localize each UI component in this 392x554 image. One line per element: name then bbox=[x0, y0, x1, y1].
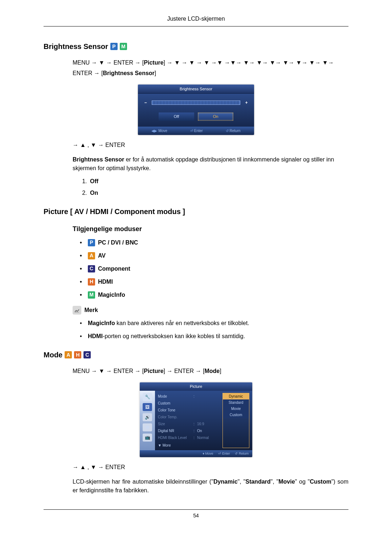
section-picture-title: Picture [ AV / HDMI / Component modus ] bbox=[44, 206, 348, 217]
brightness-slider[interactable] bbox=[152, 100, 240, 105]
note1-rest: kan bare aktiveres når en nettverksboks … bbox=[115, 320, 249, 326]
page-footer: 54 bbox=[44, 509, 348, 520]
mode-nav-path: MENU → ▼ → ENTER → [Picture] → ENTER → [… bbox=[73, 366, 348, 377]
option-on: On bbox=[89, 189, 348, 197]
row-colortemp: Color Temp. bbox=[158, 414, 193, 420]
nav-text: MENU → ▼ → ENTER → [ bbox=[73, 59, 144, 66]
row-more-label: More bbox=[163, 443, 171, 447]
mode-magicinfo: M MagicInfo bbox=[80, 291, 348, 299]
val-digitalnr: On bbox=[197, 428, 202, 434]
osd2-body: 🔧 🖼 🔊 ⚙ 📺 Mode: Custom Color Tone Color … bbox=[140, 391, 252, 450]
nav-text: ] → ENTER → [ bbox=[164, 368, 205, 374]
brightness-sensor-osd-container: Brightness Sensor − + Off On ◀▶Move ⏎Ent… bbox=[44, 85, 348, 135]
note1-bold: MagicInfo bbox=[88, 320, 115, 326]
note-icon bbox=[73, 306, 81, 315]
dd-standard[interactable]: Standard bbox=[223, 399, 249, 406]
mode-pc-label: PC / DVI / BNC bbox=[98, 238, 138, 247]
p-badge-icon: P bbox=[88, 239, 95, 246]
nav-text: ] → ▼ → ▼ → ▼ →▼ →▼→ ▼→ ▼→ ▼→ ▼→ ▼→ ▼→ ▼… bbox=[164, 59, 334, 66]
h-badge-icon: H bbox=[74, 351, 81, 358]
mode-desc-standard: Standard bbox=[245, 479, 270, 485]
val-hdmiblack: Normal bbox=[197, 435, 209, 440]
dd-dynamic[interactable]: Dynamic bbox=[223, 393, 249, 399]
osd2-footer-enter: ⏎ Enter bbox=[218, 451, 230, 456]
section-mode-title: Mode A H C bbox=[44, 349, 348, 360]
nav-text: MENU → ▼ → ENTER → [ bbox=[73, 368, 144, 374]
nav-text: ] bbox=[220, 368, 221, 374]
p-badge-icon: P bbox=[110, 43, 118, 50]
note-label: Merk bbox=[84, 307, 98, 313]
row-colortone[interactable]: Color Tone bbox=[158, 407, 193, 413]
section-brightness-sensor-title: Brightness Sensor P M bbox=[44, 41, 348, 52]
on-button[interactable]: On bbox=[198, 112, 233, 121]
row-mode[interactable]: Mode bbox=[158, 394, 193, 399]
nav-mode-label: Mode bbox=[204, 368, 220, 374]
note-item-2: HDMI-porten og nettverksboksen kan ikke … bbox=[80, 332, 348, 341]
osd-toggle-row: Off On bbox=[143, 112, 249, 121]
brightness-sensor-nav-after: → ▲ , ▼ → ENTER bbox=[73, 141, 348, 149]
mode-desc-pre: LCD-skjermen har fire automatiske bildei… bbox=[73, 479, 213, 485]
sidebar-icon-3[interactable]: 🔊 bbox=[143, 413, 152, 421]
row-more[interactable]: ▼ More bbox=[158, 441, 224, 448]
nav-text: ] bbox=[155, 70, 156, 76]
minus-icon[interactable]: − bbox=[143, 99, 148, 106]
off-button[interactable]: Off bbox=[159, 112, 194, 121]
mode-hdmi: H HDMI bbox=[80, 278, 348, 286]
nav-picture-label: Picture bbox=[144, 368, 163, 374]
page-header-title: Justere LCD-skjermen bbox=[167, 16, 225, 22]
row-digitalnr[interactable]: Digital NR bbox=[158, 428, 193, 434]
mode-desc-custom: Custom bbox=[310, 479, 331, 485]
note-list: MagicInfo kan bare aktiveres når en nett… bbox=[80, 319, 348, 341]
mode-component: C Component bbox=[80, 264, 348, 273]
dd-custom[interactable]: Custom bbox=[223, 412, 249, 418]
note2-rest: -porten og nettverksboksen kan ikke kobl… bbox=[103, 333, 245, 339]
picture-mode-osd: Picture 🔧 🖼 🔊 ⚙ 📺 Mode: Custom Color Ton… bbox=[140, 382, 252, 457]
a-badge-icon: A bbox=[65, 351, 72, 358]
mode-desc-m3: " og " bbox=[295, 479, 310, 485]
brightness-sensor-description: Brightness Sensor er for å automatisk op… bbox=[73, 155, 348, 173]
m-badge-icon: M bbox=[120, 43, 127, 50]
page-number: 54 bbox=[193, 513, 199, 518]
sidebar-icon-1[interactable]: 🔧 bbox=[143, 393, 152, 401]
sidebar-icon-4[interactable]: ⚙ bbox=[143, 423, 152, 431]
osd-footer-enter: ⏎Enter bbox=[190, 128, 203, 134]
mode-title-text: Mode bbox=[44, 349, 62, 360]
mode-pc: P PC / DVI / BNC bbox=[80, 238, 348, 247]
mode-hdmi-label: HDMI bbox=[98, 278, 113, 286]
osd-footer-return: ↺Return bbox=[226, 128, 241, 134]
sidebar-icon-5[interactable]: 📺 bbox=[143, 434, 152, 442]
m-badge-icon: M bbox=[88, 291, 95, 299]
osd-body: − + Off On bbox=[138, 94, 254, 127]
brightness-sensor-osd: Brightness Sensor − + Off On ◀▶Move ⏎Ent… bbox=[138, 85, 254, 135]
osd2-title: Picture bbox=[140, 382, 252, 391]
mode-desc-m1: ", " bbox=[238, 479, 246, 485]
note-item-1: MagicInfo kan bare aktiveres når en nett… bbox=[80, 319, 348, 328]
page-header: Justere LCD-skjermen bbox=[44, 15, 348, 26]
sidebar-icon-2[interactable]: 🖼 bbox=[143, 403, 152, 411]
brightness-sensor-nav-path: MENU → ▼ → ENTER → [Picture] → ▼ → ▼ → ▼… bbox=[73, 58, 348, 79]
osd-title: Brightness Sensor bbox=[138, 85, 254, 94]
option-off: Off bbox=[89, 177, 348, 186]
h-badge-icon: H bbox=[88, 278, 95, 286]
brightness-sensor-options: Off On bbox=[80, 177, 348, 197]
val-size: 16:9 bbox=[197, 421, 204, 427]
osd2-sidebar: 🔧 🖼 🔊 ⚙ 📺 bbox=[140, 391, 155, 450]
osd-footer: ◀▶Move ⏎Enter ↺Return bbox=[138, 127, 254, 135]
picture-section-title-text: Picture [ AV / HDMI / Component modus ] bbox=[44, 206, 185, 217]
row-custom[interactable]: Custom bbox=[158, 401, 193, 406]
mode-desc-m2: ", " bbox=[271, 479, 279, 485]
nav-picture-label: Picture bbox=[144, 59, 163, 66]
dd-movie[interactable]: Movie bbox=[223, 406, 249, 412]
mode-nav-after: → ▲ , ▼ → ENTER bbox=[73, 463, 348, 472]
option-on-label: On bbox=[90, 190, 98, 196]
brightness-sensor-desc-bold: Brightness Sensor bbox=[73, 156, 124, 163]
row-size: Size bbox=[158, 421, 193, 427]
osd-footer-move: ◀▶Move bbox=[151, 128, 167, 134]
osd-slider-row: − + bbox=[143, 99, 249, 106]
osd2-footer-return: ↺ Return bbox=[235, 451, 249, 456]
a-badge-icon: A bbox=[88, 252, 95, 259]
osd2-footer-move: ♦ Move bbox=[203, 451, 213, 456]
mode-dropdown[interactable]: Dynamic Standard Movie Custom bbox=[222, 393, 249, 448]
mode-desc-movie: Movie bbox=[278, 479, 295, 485]
plus-icon[interactable]: + bbox=[244, 99, 249, 106]
